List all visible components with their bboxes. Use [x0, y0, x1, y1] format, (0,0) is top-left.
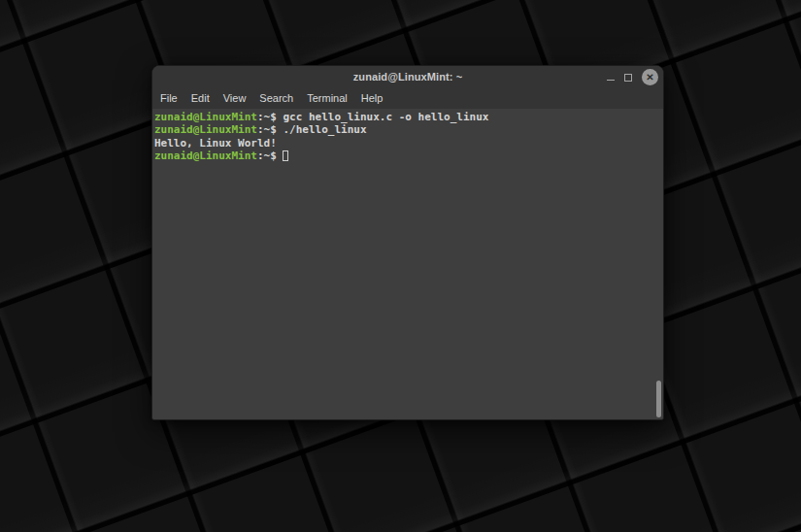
output-text: Hello, Linux World! [154, 137, 277, 150]
prompt-user: zunaid@LinuxMint [154, 150, 257, 162]
menu-bar: File Edit View Search Terminal Help [152, 87, 663, 109]
close-icon: ✕ [646, 69, 653, 85]
terminal-line: Hello, Linux World! [154, 137, 663, 150]
prompt-user: zunaid@LinuxMint [154, 123, 257, 136]
terminal-body[interactable]: zunaid@LinuxMint:~$ gcc hello_linux.c -o… [152, 109, 663, 420]
command-text: gcc hello_linux.c -o hello_linux [283, 111, 488, 123]
menu-terminal[interactable]: Terminal [300, 87, 354, 109]
menu-view[interactable]: View [217, 87, 253, 109]
desktop: zunaid@LinuxMint: ~ ✕ File Edit View Sea… [0, 0, 801, 532]
menu-help[interactable]: Help [354, 87, 390, 109]
prompt-suffix: :~$ [257, 111, 284, 123]
terminal-window: zunaid@LinuxMint: ~ ✕ File Edit View Sea… [151, 65, 664, 420]
minimize-icon [607, 80, 615, 81]
window-controls: ✕ [607, 66, 658, 87]
maximize-icon [624, 74, 632, 82]
menu-edit[interactable]: Edit [184, 87, 217, 109]
close-button[interactable]: ✕ [642, 69, 658, 85]
terminal-line: zunaid@LinuxMint:~$ ./hello_linux [154, 123, 663, 136]
window-titlebar[interactable]: zunaid@LinuxMint: ~ ✕ [152, 66, 663, 87]
minimize-button[interactable] [607, 73, 615, 81]
prompt-suffix: :~$ [257, 123, 284, 136]
terminal-line: zunaid@LinuxMint:~$ [154, 150, 663, 162]
scrollbar-thumb[interactable] [656, 381, 661, 417]
menu-search[interactable]: Search [252, 87, 300, 109]
prompt-user: zunaid@LinuxMint [154, 111, 257, 123]
terminal-cursor [283, 150, 288, 161]
terminal-line: zunaid@LinuxMint:~$ gcc hello_linux.c -o… [154, 111, 663, 123]
prompt-suffix: :~$ [257, 150, 284, 162]
menu-file[interactable]: File [153, 87, 184, 109]
window-title: zunaid@LinuxMint: ~ [353, 71, 463, 83]
maximize-button[interactable] [624, 72, 632, 82]
command-text: ./hello_linux [283, 123, 366, 136]
